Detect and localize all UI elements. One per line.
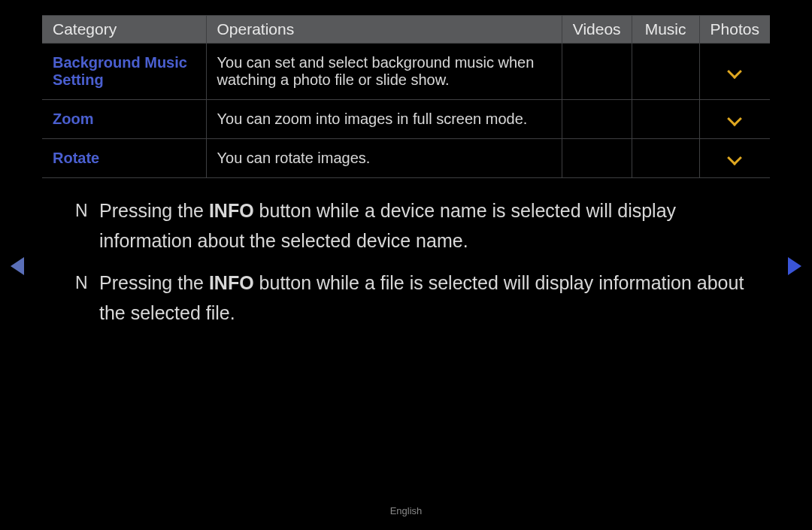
cell-videos bbox=[562, 100, 632, 139]
cell-videos bbox=[562, 44, 632, 100]
operations-table-wrap: Category Operations Videos Music Photos … bbox=[42, 15, 770, 178]
cell-category: Rotate bbox=[42, 139, 206, 178]
table-row: Zoom You can zoom into images in full sc… bbox=[42, 100, 770, 139]
table-row: Rotate You can rotate images. bbox=[42, 139, 770, 178]
check-icon bbox=[727, 64, 742, 79]
header-photos: Photos bbox=[699, 16, 770, 44]
header-operations: Operations bbox=[206, 16, 562, 44]
note-text-pre: Pressing the bbox=[99, 200, 209, 221]
prev-page-arrow-icon[interactable] bbox=[11, 257, 24, 275]
cell-operations: You can set and select background music … bbox=[206, 44, 562, 100]
cell-category: Background Music Setting bbox=[42, 44, 206, 100]
footer-language: English bbox=[0, 505, 812, 516]
cell-videos bbox=[562, 139, 632, 178]
cell-operations: You can zoom into images in full screen … bbox=[206, 100, 562, 139]
header-category: Category bbox=[42, 16, 206, 44]
notes-area: N Pressing the INFO button while a devic… bbox=[75, 195, 767, 340]
cell-photos bbox=[699, 44, 770, 100]
note-item: N Pressing the INFO button while a devic… bbox=[75, 195, 767, 256]
header-music: Music bbox=[632, 16, 699, 44]
cell-photos bbox=[699, 100, 770, 139]
cell-category: Zoom bbox=[42, 100, 206, 139]
cell-music bbox=[632, 139, 699, 178]
note-text-bold: INFO bbox=[209, 272, 254, 293]
cell-music bbox=[632, 44, 699, 100]
check-icon bbox=[727, 150, 742, 165]
note-bullet-icon: N bbox=[75, 269, 88, 297]
table-row: Background Music Setting You can set and… bbox=[42, 44, 770, 100]
table-header-row: Category Operations Videos Music Photos bbox=[42, 16, 770, 44]
note-text-bold: INFO bbox=[209, 200, 254, 221]
cell-music bbox=[632, 100, 699, 139]
header-videos: Videos bbox=[562, 16, 632, 44]
check-icon bbox=[727, 111, 742, 126]
note-item: N Pressing the INFO button while a file … bbox=[75, 268, 767, 328]
next-page-arrow-icon[interactable] bbox=[788, 257, 801, 275]
cell-operations: You can rotate images. bbox=[206, 139, 562, 178]
cell-photos bbox=[699, 139, 770, 178]
operations-table: Category Operations Videos Music Photos … bbox=[42, 15, 770, 178]
note-bullet-icon: N bbox=[75, 197, 88, 225]
note-text-pre: Pressing the bbox=[99, 272, 209, 293]
